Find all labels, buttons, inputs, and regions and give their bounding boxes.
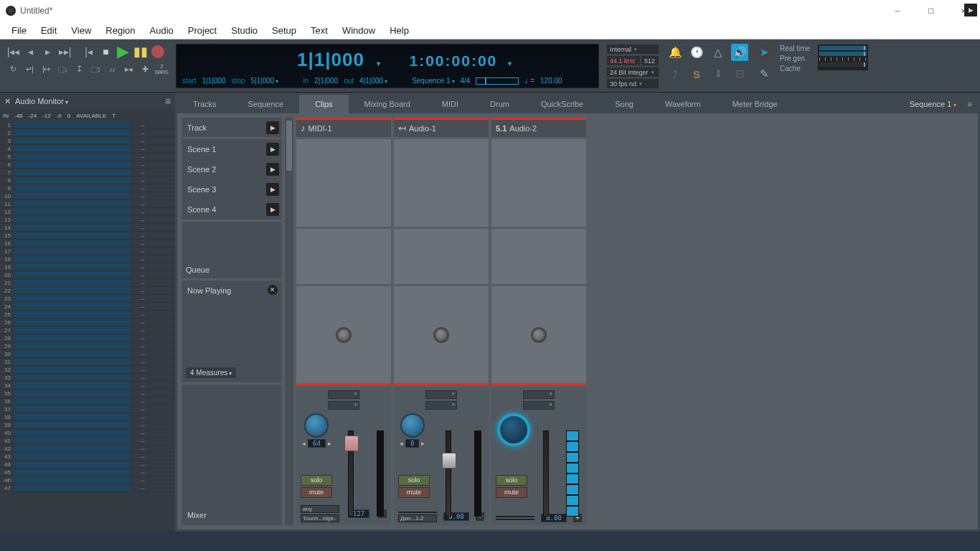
punch-button[interactable]: ↧: [72, 62, 86, 77]
menu-view[interactable]: View: [64, 25, 98, 36]
volume-fader[interactable]: [543, 430, 549, 517]
countoff-button[interactable]: ♪♪: [105, 62, 119, 77]
surround-knob[interactable]: [497, 413, 530, 446]
solo-button[interactable]: solo: [398, 475, 430, 486]
menu-edit[interactable]: Edit: [34, 25, 64, 36]
tab-sequence[interactable]: Sequence: [232, 95, 300, 113]
input-select[interactable]: [328, 390, 359, 399]
menu-file[interactable]: File: [4, 25, 34, 36]
counter-secondary[interactable]: 1:00:00:00 ▾: [410, 52, 513, 70]
solo-button[interactable]: ✚: [138, 62, 152, 77]
clock-source-dropdown[interactable]: Internal: [606, 44, 659, 55]
out-b-select[interactable]: Touch...idge-: [301, 514, 339, 522]
np-knob[interactable]: [336, 327, 352, 343]
scene-play-button[interactable]: ▶: [266, 143, 279, 156]
time-signature[interactable]: 4/4: [461, 77, 471, 85]
auto-rewind-button[interactable]: ↵|: [22, 62, 37, 77]
record-button[interactable]: [150, 44, 165, 59]
tab-tracks[interactable]: Tracks: [177, 95, 232, 113]
tab-mixing-board[interactable]: Mixing Board: [349, 95, 426, 113]
auto-stop-button[interactable]: |↦: [39, 62, 53, 77]
menu-audio[interactable]: Audio: [143, 25, 181, 36]
np-knob[interactable]: [433, 327, 449, 343]
volume-fader[interactable]: [446, 430, 451, 517]
click-button[interactable]: ▸◂: [121, 62, 136, 77]
forward-to-end-button[interactable]: ▸▸|: [57, 44, 72, 59]
bell-icon[interactable]: 🔔: [666, 44, 684, 61]
overdub-button[interactable]: ⬚↓: [55, 62, 70, 77]
marker-ruler[interactable]: [476, 77, 519, 85]
sample-rate[interactable]: 44.1 kHz: [606, 55, 641, 66]
frame-rate-dropdown[interactable]: 30 fps nd: [606, 78, 659, 89]
bit-depth-dropdown[interactable]: 24 Bit Integer: [606, 67, 659, 77]
track-header[interactable]: ♪MIDI-1▶: [296, 118, 391, 137]
metronome-icon[interactable]: △: [710, 44, 727, 61]
hamburger-icon[interactable]: ≡: [962, 95, 978, 113]
input-select[interactable]: [425, 390, 457, 399]
out-b-select[interactable]: [496, 519, 534, 520]
cycle-button[interactable]: ↻: [6, 62, 20, 77]
output-select[interactable]: [425, 401, 457, 410]
track-header[interactable]: 5.1 Audio-2▶: [491, 118, 586, 137]
out-a-select[interactable]: [496, 516, 534, 517]
tab-clips[interactable]: Clips: [299, 95, 348, 113]
stop-button[interactable]: ■: [98, 44, 113, 59]
buffer-size[interactable]: 512: [641, 55, 659, 66]
pan-knob[interactable]: [400, 413, 425, 438]
now-playing-slot[interactable]: [394, 286, 489, 386]
menu-region[interactable]: Region: [98, 25, 142, 36]
start-value[interactable]: 1|1|000: [202, 77, 225, 85]
now-playing-slot[interactable]: [296, 286, 391, 386]
clip-slots[interactable]: [394, 139, 489, 227]
queue-slot[interactable]: [394, 229, 489, 283]
pause-button[interactable]: ▮▮: [133, 44, 148, 59]
forward-button[interactable]: ▸: [40, 44, 55, 59]
menu-project[interactable]: Project: [181, 25, 224, 36]
scene-row[interactable]: Scene 4▶: [182, 199, 282, 220]
counter-primary[interactable]: 1|1|000 ▾: [297, 49, 381, 71]
slider-icon[interactable]: ⊟: [731, 65, 748, 83]
bars-button[interactable]: 2BARS: [154, 62, 169, 77]
out-b-select[interactable]: Дин...1-2: [398, 514, 437, 522]
tab-song[interactable]: Song: [599, 95, 649, 113]
clip-slots[interactable]: [296, 139, 391, 227]
stop-value[interactable]: 5|1|000: [250, 77, 278, 85]
s-tool-icon[interactable]: S: [688, 65, 705, 83]
mute-button[interactable]: mute: [398, 487, 430, 498]
sequence-dropdown[interactable]: Sequence 1: [904, 100, 962, 108]
solo-button[interactable]: solo: [496, 475, 527, 486]
clip-slots[interactable]: [491, 139, 586, 227]
window-maximize[interactable]: ☐: [914, 0, 947, 22]
volume-fader[interactable]: [348, 430, 354, 517]
clock-icon[interactable]: 🕐: [688, 44, 705, 61]
mute-button[interactable]: mute: [301, 487, 332, 498]
audio-monitor-title[interactable]: Audio Monitor: [15, 97, 68, 105]
tempo-value[interactable]: 120.00: [540, 77, 562, 85]
pan-knob[interactable]: [304, 413, 329, 438]
output-select[interactable]: [523, 401, 555, 410]
mute-button[interactable]: mute: [496, 487, 527, 498]
scene-row[interactable]: Scene 3▶: [182, 179, 282, 199]
play-all-button[interactable]: ▶: [266, 121, 279, 134]
out-a-select[interactable]: [398, 512, 437, 513]
np-knob[interactable]: [531, 327, 547, 343]
menu-text[interactable]: Text: [303, 25, 335, 36]
tab-drum[interactable]: Drum: [474, 95, 525, 113]
hamburger-icon[interactable]: ≡: [165, 95, 171, 107]
pencil-tool[interactable]: ✎: [755, 65, 773, 83]
tab-quickscribe[interactable]: QuickScribe: [525, 95, 599, 113]
tool-up-icon[interactable]: ⤴: [666, 65, 684, 83]
rewind-to-start-button[interactable]: |◂◂: [6, 44, 21, 59]
pointer-tool[interactable]: ➤: [755, 44, 773, 61]
now-playing-close[interactable]: ✕: [268, 285, 278, 295]
menu-studio[interactable]: Studio: [224, 25, 265, 36]
queue-slot[interactable]: [296, 229, 391, 283]
input-select[interactable]: [523, 390, 555, 399]
sequence-dropdown[interactable]: Sequence 1: [412, 77, 454, 85]
menu-window[interactable]: Window: [335, 25, 382, 36]
link-button[interactable]: ⬚↕: [88, 62, 103, 77]
menu-help[interactable]: Help: [382, 25, 416, 36]
out-a-select[interactable]: any: [301, 505, 339, 513]
scene-row[interactable]: Scene 2▶: [182, 159, 282, 179]
tab-midi[interactable]: MIDI: [426, 95, 474, 113]
